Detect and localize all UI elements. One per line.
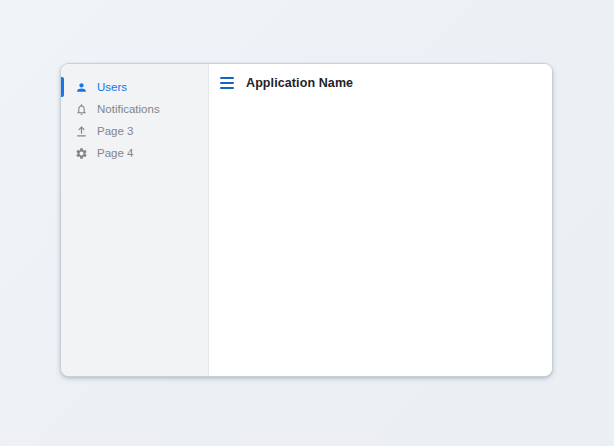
main-pane: Application Name: [209, 64, 552, 376]
page-background: { "app": { "title": "Application Name" }…: [0, 0, 614, 446]
main-content: [209, 90, 552, 376]
sidebar-item-page-3[interactable]: Page 3: [61, 120, 208, 142]
sidebar-item-label: Users: [97, 81, 127, 94]
main-header: Application Name: [209, 64, 552, 90]
sidebar-item-users[interactable]: Users: [61, 76, 208, 98]
sidebar-item-label: Notifications: [97, 103, 160, 116]
user-icon: [75, 81, 88, 94]
app-window: Users Notifications Page 3 Page 4: [60, 63, 553, 377]
sidebar-item-label: Page 3: [97, 125, 133, 138]
sidebar-item-label: Page 4: [97, 147, 133, 160]
sidebar-item-page-4[interactable]: Page 4: [61, 142, 208, 164]
hamburger-menu-icon[interactable]: [220, 77, 234, 89]
active-indicator: [61, 77, 64, 97]
gear-icon: [75, 147, 88, 160]
upload-icon: [75, 125, 88, 138]
sidebar: Users Notifications Page 3 Page 4: [61, 64, 209, 376]
app-title: Application Name: [246, 76, 353, 90]
sidebar-item-notifications[interactable]: Notifications: [61, 98, 208, 120]
bell-icon: [75, 103, 88, 116]
